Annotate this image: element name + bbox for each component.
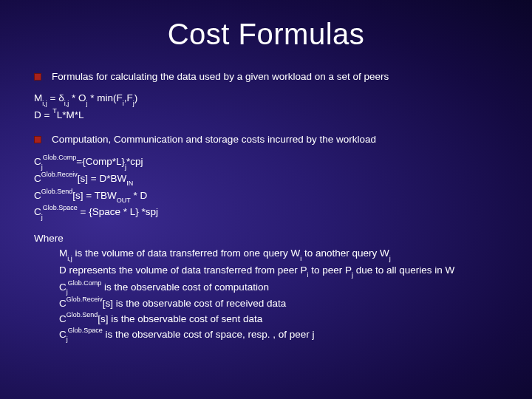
slide-title: Cost Formulas <box>34 18 498 51</box>
where-line-1: Mi,j is the volume of data transferred f… <box>34 246 498 262</box>
where-label: Where <box>34 231 498 246</box>
where-line-5: CGlob.Send[s] is the observable cost of … <box>34 311 498 327</box>
bullet-2-text: Computation, Communication and storage c… <box>52 133 376 146</box>
formula-1-line-2: D = TL*M*L <box>34 107 498 123</box>
bullet-1-row: Formulas for calculating the data used b… <box>34 70 498 83</box>
where-line-3: CjGlob.Comp is the observable cost of co… <box>34 279 498 296</box>
formula-2-line-2: CGlob.Receiv[s] = D*BWIN <box>34 171 498 188</box>
where-line-4: CGlob.Receiv[s] is the observable cost o… <box>34 296 498 311</box>
formula-block-1: Mi,j = δi,j * Oj * min(Fi,Fj) D = TL*M*L <box>34 91 498 123</box>
formula-1-line-1: Mi,j = δi,j * Oj * min(Fi,Fj) <box>34 91 498 107</box>
formula-2-line-4: CjGlob.Space = {Space * L} *spj <box>34 204 498 221</box>
formula-2-line-3: CGlob.Send[s] = TBWOUT * D <box>34 188 498 205</box>
bullet-2-row: Computation, Communication and storage c… <box>34 133 498 146</box>
where-line-6: CjGlob.Space is the observable cost of s… <box>34 327 498 344</box>
where-block: Where Mi,j is the volume of data transfe… <box>34 231 498 344</box>
square-bullet-icon <box>34 73 41 81</box>
bullet-1-text: Formulas for calculating the data used b… <box>52 70 389 83</box>
where-line-2: D represents the volume of data transfer… <box>34 263 498 279</box>
formula-block-2: CjGlob.Comp={Comp*L}j*cpj CGlob.Receiv[s… <box>34 154 498 221</box>
formula-2-line-1: CjGlob.Comp={Comp*L}j*cpj <box>34 154 498 171</box>
square-bullet-icon <box>34 136 41 143</box>
slide: Cost Formulas Formulas for calculating t… <box>0 0 532 399</box>
